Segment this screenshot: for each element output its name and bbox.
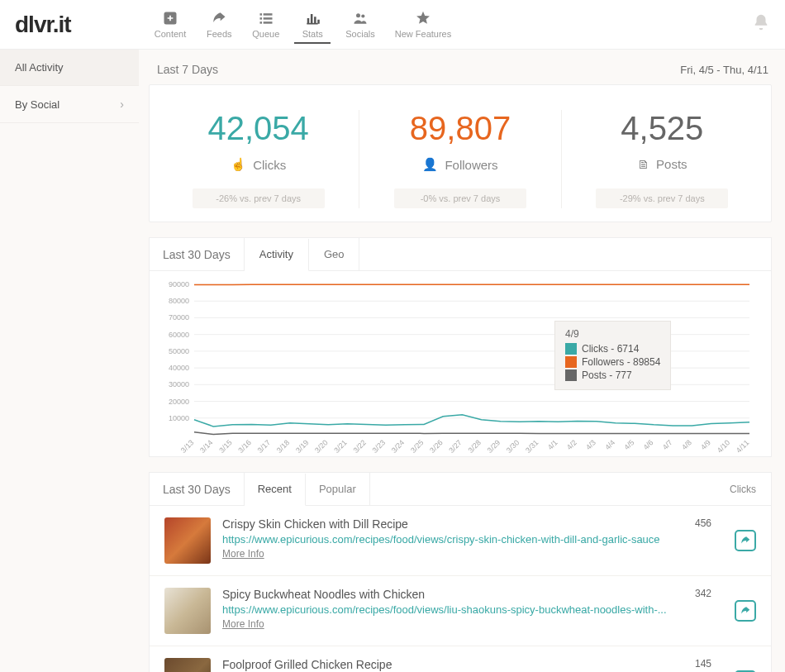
post-title: Foolproof Grilled Chicken Recipe bbox=[222, 658, 667, 671]
thumbnail bbox=[164, 588, 211, 634]
user-icon: 👤 bbox=[422, 157, 438, 172]
post-url[interactable]: https://www.epicurious.com/recipes/food/… bbox=[222, 603, 667, 616]
svg-text:4/11: 4/11 bbox=[735, 438, 750, 453]
svg-text:3/22: 3/22 bbox=[351, 438, 367, 453]
nav-feeds[interactable]: Feeds bbox=[201, 5, 237, 44]
nav-content[interactable]: Content bbox=[150, 5, 192, 44]
svg-text:60000: 60000 bbox=[169, 331, 189, 339]
nav-stats[interactable]: Stats bbox=[294, 5, 331, 44]
list-item: Foolproof Grilled Chicken Recipe https:/… bbox=[150, 646, 771, 672]
post-title: Spicy Buckwheat Noodles with Chicken bbox=[222, 588, 667, 601]
share-button[interactable] bbox=[735, 600, 756, 622]
svg-text:4/7: 4/7 bbox=[661, 438, 674, 451]
svg-text:3/20: 3/20 bbox=[313, 438, 329, 453]
svg-rect-2 bbox=[263, 13, 272, 16]
svg-rect-5 bbox=[259, 21, 262, 23]
svg-text:4/4: 4/4 bbox=[603, 438, 616, 451]
sidebar: All Activity By Social› bbox=[0, 50, 139, 672]
list-period: Last 30 Days bbox=[150, 473, 245, 505]
metric-clicks: 42,054 ☝Clicks -26% vs. prev 7 days bbox=[158, 110, 359, 208]
svg-text:3/17: 3/17 bbox=[256, 438, 272, 453]
thumbnail bbox=[164, 517, 211, 564]
list-item: Crispy Skin Chicken with Dill Recipe htt… bbox=[150, 506, 771, 576]
share-arrow-icon bbox=[211, 8, 227, 28]
svg-text:4/6: 4/6 bbox=[642, 438, 655, 451]
nav-new-features[interactable]: New Features bbox=[390, 5, 456, 44]
svg-text:3/21: 3/21 bbox=[332, 438, 348, 453]
svg-text:3/18: 3/18 bbox=[275, 438, 291, 453]
svg-point-8 bbox=[361, 14, 364, 17]
post-title: Crispy Skin Chicken with Dill Recipe bbox=[222, 517, 667, 531]
sidebar-all-activity[interactable]: All Activity bbox=[0, 50, 139, 86]
date-range: Fri, 4/5 - Thu, 4/11 bbox=[680, 64, 768, 76]
list-tab-popular[interactable]: Popular bbox=[306, 473, 370, 505]
post-clicks: 342 bbox=[678, 588, 711, 599]
svg-text:90000: 90000 bbox=[169, 280, 189, 288]
svg-text:3/14: 3/14 bbox=[198, 438, 214, 453]
svg-text:10000: 10000 bbox=[169, 414, 189, 422]
chart-tooltip: 4/9 Clicks - 6714 Followers - 89854 Post… bbox=[554, 321, 671, 390]
svg-rect-6 bbox=[263, 21, 272, 23]
svg-text:40000: 40000 bbox=[169, 364, 189, 372]
svg-text:4/10: 4/10 bbox=[716, 438, 731, 453]
svg-point-7 bbox=[356, 13, 360, 17]
svg-text:3/29: 3/29 bbox=[486, 438, 502, 453]
svg-text:4/9: 4/9 bbox=[699, 438, 712, 451]
list-tab-recent[interactable]: Recent bbox=[245, 474, 306, 506]
metric-posts: 4,525 🗎Posts -29% vs. prev 7 days bbox=[562, 110, 763, 208]
svg-text:3/19: 3/19 bbox=[294, 438, 310, 453]
post-clicks: 456 bbox=[678, 517, 711, 529]
svg-text:3/24: 3/24 bbox=[390, 438, 406, 453]
svg-rect-4 bbox=[263, 17, 272, 20]
svg-text:20000: 20000 bbox=[169, 398, 189, 406]
more-info-link[interactable]: More Info bbox=[222, 618, 264, 630]
post-clicks: 145 bbox=[678, 658, 711, 670]
more-info-link[interactable]: More Info bbox=[222, 548, 264, 560]
svg-rect-3 bbox=[259, 17, 262, 20]
svg-text:3/23: 3/23 bbox=[371, 438, 387, 453]
chart-tab-activity[interactable]: Activity bbox=[245, 239, 309, 271]
svg-text:4/5: 4/5 bbox=[622, 438, 635, 451]
svg-text:70000: 70000 bbox=[169, 313, 189, 322]
svg-text:3/26: 3/26 bbox=[428, 438, 444, 453]
svg-text:3/27: 3/27 bbox=[447, 438, 463, 453]
star-icon bbox=[415, 8, 431, 28]
top-nav: Content Feeds Queue Stats Socials New Fe… bbox=[150, 5, 457, 44]
svg-text:4/3: 4/3 bbox=[584, 438, 597, 451]
chevron-right-icon: › bbox=[120, 98, 124, 111]
chart-tab-geo[interactable]: Geo bbox=[309, 238, 360, 270]
svg-text:3/13: 3/13 bbox=[179, 438, 195, 453]
nav-queue[interactable]: Queue bbox=[247, 5, 284, 44]
list-item: Spicy Buckwheat Noodles with Chicken htt… bbox=[150, 576, 771, 646]
svg-text:3/31: 3/31 bbox=[524, 438, 540, 453]
svg-text:4/8: 4/8 bbox=[680, 438, 693, 451]
share-button[interactable] bbox=[735, 530, 756, 551]
svg-text:3/30: 3/30 bbox=[505, 438, 521, 453]
svg-text:3/28: 3/28 bbox=[467, 438, 483, 453]
svg-text:3/15: 3/15 bbox=[217, 438, 233, 453]
summary-period: Last 7 Days bbox=[157, 63, 218, 76]
svg-text:4/1: 4/1 bbox=[546, 438, 559, 451]
nav-socials[interactable]: Socials bbox=[340, 5, 379, 44]
pointer-icon: ☝ bbox=[231, 157, 246, 172]
document-icon: 🗎 bbox=[637, 157, 649, 171]
svg-text:50000: 50000 bbox=[169, 347, 189, 355]
list-icon bbox=[258, 8, 274, 28]
svg-text:3/25: 3/25 bbox=[409, 438, 425, 453]
svg-text:4/2: 4/2 bbox=[565, 438, 578, 451]
svg-text:80000: 80000 bbox=[169, 297, 189, 305]
chart-panel: Last 30 Days Activity Geo 10000200003000… bbox=[149, 237, 772, 457]
users-icon bbox=[352, 8, 369, 28]
chart-period: Last 30 Days bbox=[150, 238, 245, 270]
metric-followers: 89,807 👤Followers -0% vs. prev 7 days bbox=[359, 110, 561, 208]
svg-text:3/16: 3/16 bbox=[236, 438, 252, 453]
logo: dlvr.it bbox=[15, 12, 71, 38]
bar-chart-icon bbox=[304, 8, 321, 28]
svg-text:30000: 30000 bbox=[169, 380, 189, 388]
thumbnail bbox=[164, 658, 211, 672]
plus-square-icon bbox=[162, 8, 178, 28]
post-url[interactable]: https://www.epicurious.com/recipes/food/… bbox=[222, 533, 667, 546]
posts-list: Last 30 Days Recent Popular Clicks Crisp… bbox=[149, 472, 772, 672]
sidebar-by-social[interactable]: By Social› bbox=[0, 86, 139, 123]
notifications-bell-icon[interactable] bbox=[752, 13, 770, 36]
